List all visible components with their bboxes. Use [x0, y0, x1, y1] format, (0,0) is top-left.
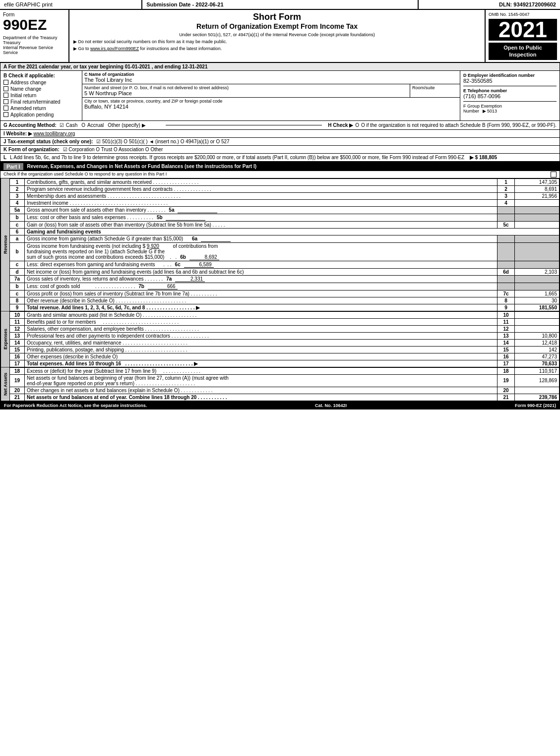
row-val-7c: 1,665: [515, 290, 560, 297]
section-a-header: A For the 2021 calendar year, or tax yea…: [0, 63, 560, 71]
row-desc-7a: Gross sales of inventory, less returns a…: [25, 275, 498, 283]
row-val-4: [515, 199, 560, 206]
row-desc-6d: Net income or (loss) from gaming and fun…: [25, 268, 498, 275]
row-num-12: 12: [10, 325, 25, 332]
row-num-2: 2: [10, 185, 25, 192]
row-num-14: 14: [10, 339, 25, 346]
row-num-1: 1: [10, 178, 25, 185]
row-val-7a: [515, 275, 560, 283]
part-i-header: Part I Revenue, Expenses, and Changes in…: [0, 162, 560, 171]
initial-return-checkbox[interactable]: [3, 93, 8, 98]
row-linenum-7b: [498, 283, 515, 290]
city-state-value: Buffalo, NY 14214: [84, 104, 458, 110]
row-num-10: 10: [10, 311, 25, 318]
table-row: c Gross profit or (loss) from sales of i…: [1, 290, 560, 297]
l-text: L Add lines 5b, 6c, and 7b to line 9 to …: [10, 155, 464, 160]
application-pending-label: Application pending: [10, 112, 54, 117]
row-desc-7c: Gross profit or (loss) from sales of inv…: [25, 290, 498, 297]
other-label: Other (specify) ▶: [108, 122, 145, 128]
table-row: 6 Gaming and fundraising events: [1, 228, 560, 235]
row-desc-11: Benefits paid to or for members . . . . …: [25, 318, 498, 325]
l-row: L L Add lines 5b, 6c, and 7b to line 9 t…: [0, 154, 560, 162]
table-row: c Less: direct expenses from gaming and …: [1, 261, 560, 268]
address-change-checkbox[interactable]: [3, 80, 8, 85]
application-pending-item: Application pending: [3, 112, 79, 117]
name-change-checkbox[interactable]: [3, 86, 8, 91]
row-desc-5b: Less: cost or other basis and sales expe…: [25, 214, 498, 221]
footer-form-ref: Form 990-EZ (2021): [515, 403, 556, 408]
cash-checkbox[interactable]: ☑: [60, 122, 64, 128]
row-num-8: 8: [10, 297, 25, 304]
c-label: C Name of organization: [84, 72, 458, 77]
check-line: Check if the organization used Schedule …: [0, 171, 560, 178]
table-row: 8 Other revenue (describe in Schedule O)…: [1, 297, 560, 304]
d-label: D Employer identification number: [463, 73, 557, 78]
h-checkbox[interactable]: O: [355, 122, 359, 128]
row-desc-21: Net assets or fund balances at end of ye…: [25, 394, 498, 401]
row-desc-3: Membership dues and assessments . . . . …: [25, 192, 498, 199]
group-num: ▶ 5013: [483, 109, 498, 114]
row-linenum-12: 12: [498, 325, 515, 332]
row-linenum-10: 10: [498, 311, 515, 318]
row-num-19: 19: [10, 374, 25, 387]
row-val-6b: [515, 242, 560, 261]
i-label: I Website: ▶: [3, 131, 32, 136]
row-linenum-9: 9: [498, 304, 515, 311]
row-num-16: 16: [10, 353, 25, 360]
year-box: 2021: [489, 19, 557, 41]
row-num-11: 11: [10, 318, 25, 325]
table-row: 9 Total revenue. Add lines 1, 2, 3, 4, 5…: [1, 304, 560, 311]
row-linenum-1: 1: [498, 178, 515, 185]
table-row: 17 Total expenses. Add lines 10 through …: [1, 360, 560, 367]
row-desc-9: Total revenue. Add lines 1, 2, 3, 4, 5c,…: [25, 304, 498, 311]
row-val-6d: 2,103: [515, 268, 560, 275]
row-linenum-21: 21: [498, 394, 515, 401]
row-val-15: 142: [515, 346, 560, 353]
submission-date: Submission Date - 2022-06-21: [142, 0, 419, 9]
e-label: E Telephone number: [463, 88, 557, 93]
b-label: B Check if applicable:: [3, 73, 79, 78]
footer-paperwork: For Paperwork Reduction Act Notice, see …: [4, 403, 147, 408]
name-change-label: Name change: [10, 86, 41, 92]
amended-return-checkbox[interactable]: [3, 106, 8, 111]
table-row: b Less: cost or other basis and sales ex…: [1, 214, 560, 221]
short-form-title: Short Form: [73, 12, 481, 22]
row-desc-20: Other changes in net assets or fund bala…: [25, 387, 498, 394]
row-linenum-8: 8: [498, 297, 515, 304]
final-return-checkbox[interactable]: [3, 99, 8, 104]
row-val-10: [515, 311, 560, 318]
row-linenum-17: 17: [498, 360, 515, 367]
table-row: 15 Printing, publications, postage, and …: [1, 346, 560, 353]
row-linenum-5c: 5c: [498, 221, 515, 228]
open-inspection: Open to Public Inspection: [489, 43, 557, 60]
cash-label: Cash: [66, 122, 77, 128]
row-linenum-20: 20: [498, 387, 515, 394]
row-desc-16: Other expenses (describe in Schedule O): [25, 353, 498, 360]
table-row: Net Assets 18 Excess or (deficit) for th…: [1, 367, 560, 374]
row-linenum-5b: [498, 214, 515, 221]
tax-exempt-row: J Tax-exempt status (check only one): ☑ …: [0, 138, 560, 146]
row-desc-18: Excess or (deficit) for the year (Subtra…: [25, 367, 498, 374]
row-desc-13: Professional fees and other payments to …: [25, 332, 498, 339]
part-i-label: Part I: [3, 163, 23, 170]
revenue-table: Revenue 1 Contributions, gifts, grants, …: [0, 178, 560, 311]
row-desc-6c: Less: direct expenses from gaming and fu…: [25, 261, 498, 268]
row-num-6a: a: [10, 235, 25, 242]
application-pending-checkbox[interactable]: [3, 112, 8, 117]
row-val-16: 47,273: [515, 353, 560, 360]
final-return-item: Final return/terminated: [3, 99, 79, 105]
row-desc-12: Salaries, other compensation, and employ…: [25, 325, 498, 332]
row-linenum-18: 18: [498, 367, 515, 374]
row-val-20: [515, 387, 560, 394]
h-label: H Check ▶: [328, 122, 353, 128]
row-linenum-7c: 7c: [498, 290, 515, 297]
row-num-6: 6: [10, 228, 25, 235]
check-schedule-o[interactable]: [551, 172, 557, 177]
footer: For Paperwork Reduction Act Notice, see …: [0, 402, 560, 409]
accrual-checkbox[interactable]: O: [81, 122, 85, 128]
row-linenum-2: 2: [498, 185, 515, 192]
table-row: d Net income or (loss) from gaming and f…: [1, 268, 560, 275]
row-num-20: 20: [10, 387, 25, 394]
row-num-17: 17: [10, 360, 25, 367]
table-row: 21 Net assets or fund balances at end of…: [1, 394, 560, 401]
